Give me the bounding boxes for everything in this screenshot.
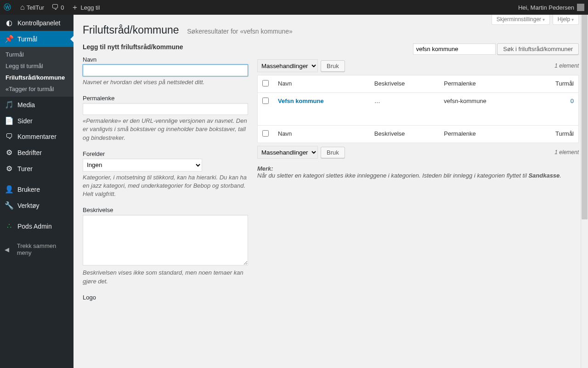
wp-logo[interactable]: ⓦ (0, 0, 17, 15)
col-count-header[interactable]: Turmål (530, 75, 578, 93)
sidebar-item-media[interactable]: 🎵Media (0, 97, 74, 113)
site-name-link[interactable]: ⌂TellTur (17, 0, 48, 15)
name-desc: Navnet er hvordan det vises på nettstede… (83, 78, 248, 86)
comments-link[interactable]: 🗨0 (48, 0, 68, 15)
name-input[interactable] (83, 64, 248, 76)
terms-table: Navn Beskrivelse Permalenke Turmål Vefsn… (257, 75, 579, 143)
pages-icon: 📄 (5, 116, 14, 125)
slug-input[interactable] (83, 103, 248, 115)
collapse-menu[interactable]: ◀Trekk sammen meny (0, 239, 74, 260)
sidebar-item-turmal[interactable]: 📌Turmål (0, 31, 74, 47)
scrollbar-thumb[interactable] (582, 15, 588, 219)
bulk-action-select-bottom[interactable]: Massehandlinger (257, 146, 318, 159)
sidebar-sub-tags[interactable]: «Tagger for turmål (0, 83, 74, 95)
sidebar-item-comments[interactable]: 🗨Kommentarer (0, 129, 74, 144)
wordpress-icon: ⓦ (4, 3, 11, 12)
logo-label: Logo (83, 294, 248, 301)
sidebar-item-turer[interactable]: ⚙Turer (0, 161, 74, 177)
bulk-apply-bottom[interactable]: Bruk (321, 147, 345, 158)
greeting-text: Hei, Martin Pedersen (518, 4, 574, 11)
col-slug-header[interactable]: Permalenke (439, 75, 530, 93)
pin-icon: 📌 (5, 34, 14, 43)
tablenav-top: Massehandlinger Bruk 1 element (257, 59, 579, 72)
name-label: Navn (83, 56, 248, 63)
help-button[interactable]: Hjelp (553, 15, 579, 25)
page-title: Friluftsråd/kommune (83, 24, 179, 36)
bulk-apply-top[interactable]: Bruk (321, 60, 345, 72)
admin-sidebar: ◐Kontrollpanelet 📌Turmål Turmål Legg til… (0, 15, 74, 368)
sidebar-item-users[interactable]: 👤Brukere (0, 181, 74, 197)
sidebar-item-pods[interactable]: ∴Pods Admin (0, 218, 74, 234)
row-checkbox[interactable] (262, 98, 269, 104)
add-new-link[interactable]: ＋Legg til (68, 0, 103, 15)
row-title-link[interactable]: Vefsn kommune (278, 98, 324, 104)
form-title: Legg til nytt friluftsråd/kommune (83, 43, 248, 51)
bulk-action-select-top[interactable]: Massehandlinger (257, 59, 318, 72)
scrollbar[interactable] (581, 15, 588, 368)
pagination-bottom: 1 element (554, 149, 579, 155)
home-icon: ⌂ (20, 3, 25, 12)
sidebar-sub-friluft[interactable]: Friluftsråd/kommune (0, 72, 74, 83)
page-subtitle: Søkeresultater for «vefsn kommune» (187, 28, 293, 35)
description-label: Beskrivelse (83, 207, 248, 213)
parent-desc: Kategorier, i motsetning til stikkord, k… (83, 173, 248, 199)
description-input[interactable] (83, 215, 248, 265)
comments-icon: 🗨 (5, 132, 14, 141)
sidebar-item-pages[interactable]: 📄Sider (0, 113, 74, 129)
pods-icon: ∴ (5, 222, 14, 230)
table-row: Vefsn kommune … vefsn-kommune 0 (258, 93, 579, 126)
delete-note: Merk: Når du sletter en kategori slettes… (257, 165, 579, 179)
my-account[interactable]: Hei, Martin Pedersen (514, 0, 588, 15)
collapse-icon: ◀ (5, 246, 13, 253)
media-icon: 🎵 (5, 100, 14, 109)
site-name: TellTur (27, 4, 45, 11)
parent-label: Forelder (83, 150, 248, 157)
main-content: Skjerminnstillinger Hjelp Friluftsråd/ko… (74, 15, 588, 368)
comments-count: 0 (61, 4, 64, 11)
row-count-link[interactable]: 0 (571, 98, 574, 104)
add-new-label: Legg til (80, 4, 100, 11)
sidebar-sub-add[interactable]: Legg til turmål (0, 60, 74, 72)
description-desc: Beskrivelsen vises ikke som standard, me… (83, 269, 248, 285)
sidebar-item-dashboard[interactable]: ◐Kontrollpanelet (0, 15, 74, 31)
plus-icon: ＋ (71, 3, 79, 12)
slug-label: Permalenke (83, 95, 248, 102)
avatar (577, 4, 584, 11)
row-desc: … (370, 93, 440, 126)
search-input[interactable] (413, 43, 496, 55)
add-term-form: Legg til nytt friluftsråd/kommune Navn N… (83, 43, 248, 301)
select-all-top[interactable] (262, 80, 269, 86)
sidebar-sub-turmal[interactable]: Turmål (0, 49, 74, 60)
screen-meta-links: Skjerminnstillinger Hjelp (492, 15, 579, 25)
gear-icon: ⚙ (5, 148, 14, 157)
search-box: Søk i friluftsråd/kommuner (257, 43, 579, 55)
submenu-turmal: Turmål Legg til turmål Friluftsråd/kommu… (0, 47, 74, 97)
search-button[interactable]: Søk i friluftsråd/kommuner (497, 43, 579, 55)
col-name-header[interactable]: Navn (273, 75, 370, 93)
dashboard-icon: ◐ (5, 18, 14, 27)
parent-select[interactable]: Ingen (83, 159, 202, 172)
slug-desc: «Permalenke» er den URL-vennlige versjon… (83, 117, 248, 142)
sidebar-item-bedrifter[interactable]: ⚙Bedrifter (0, 144, 74, 161)
tablenav-bottom: Massehandlinger Bruk 1 element (257, 146, 579, 159)
admin-toolbar: ⓦ ⌂TellTur 🗨0 ＋Legg til Hei, Martin Pede… (0, 0, 588, 15)
gear-icon: ⚙ (5, 164, 14, 173)
wrench-icon: 🔧 (5, 201, 14, 210)
screen-options-button[interactable]: Skjerminnstillinger (492, 15, 550, 25)
sidebar-item-tools[interactable]: 🔧Verktøy (0, 197, 74, 213)
user-icon: 👤 (5, 185, 14, 194)
pagination-top: 1 element (554, 63, 579, 69)
select-all-bottom[interactable] (262, 130, 269, 137)
col-desc-header[interactable]: Beskrivelse (370, 75, 440, 93)
row-slug: vefsn-kommune (439, 93, 530, 126)
comment-icon: 🗨 (51, 3, 59, 12)
